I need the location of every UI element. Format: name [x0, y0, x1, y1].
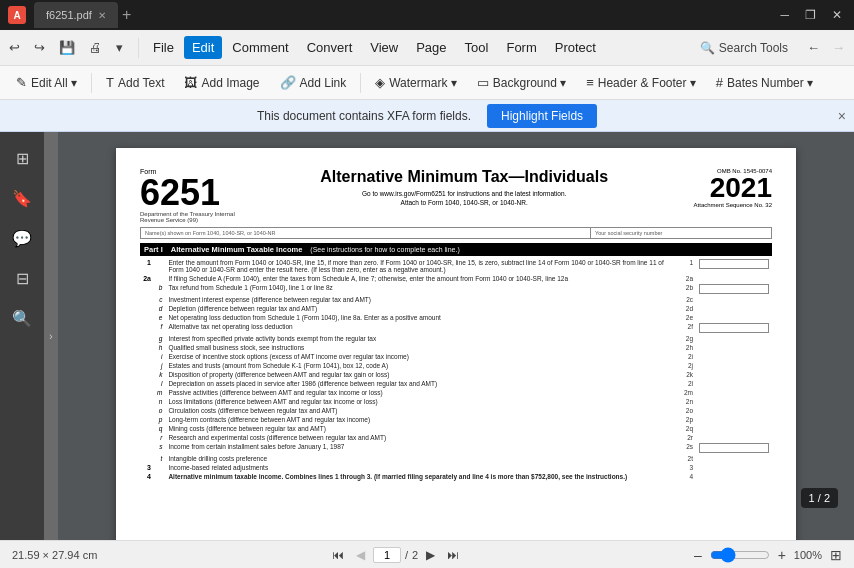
row-field-empty	[696, 397, 772, 406]
row-number: 1	[140, 258, 154, 274]
menu-file[interactable]: File	[145, 36, 182, 59]
menu-dropdown-button[interactable]: ▾	[111, 37, 128, 58]
zoom-in-button[interactable]: +	[778, 547, 786, 563]
row-description: Income from certain installment sales be…	[165, 442, 672, 454]
row-field-empty	[696, 379, 772, 388]
form-header: Form 6251 Department of the Treasury Int…	[140, 168, 772, 223]
form-number: 6251	[140, 175, 235, 211]
table-row: 1Enter the amount from Form 1040 or 1040…	[140, 258, 772, 274]
title-bar: A f6251.pdf ✕ + ─ ❐ ✕	[0, 0, 854, 30]
fit-page-button[interactable]: ⊞	[830, 547, 842, 563]
row-number	[140, 424, 154, 433]
menu-page[interactable]: Page	[408, 36, 454, 59]
row-sublabel: b	[154, 283, 165, 295]
sidebar-pages-icon[interactable]: ⊞	[4, 140, 40, 176]
menu-view[interactable]: View	[362, 36, 406, 59]
search-tools-button[interactable]: 🔍 Search Tools	[692, 37, 796, 59]
minimize-button[interactable]: ─	[776, 6, 793, 24]
form-seq: Attachment Sequence No. 32	[694, 202, 772, 208]
menu-tool[interactable]: Tool	[457, 36, 497, 59]
tab-close-icon[interactable]: ✕	[98, 10, 106, 21]
prev-page-button[interactable]: ◀	[352, 546, 369, 564]
row-ref: 2i	[672, 352, 696, 361]
print-button[interactable]: 🖨	[84, 37, 107, 58]
name-cell-label: Name(s) shown on Form 1040, 1040-SR, or …	[145, 230, 586, 236]
sidebar-comments-icon[interactable]: 💬	[4, 220, 40, 256]
table-row: nLoss limitations (difference between AM…	[140, 397, 772, 406]
menu-actions: ↩ ↪ 💾 🖨 ▾	[4, 37, 128, 58]
row-ref: 2m	[672, 388, 696, 397]
row-ref: 2k	[672, 370, 696, 379]
menu-protect[interactable]: Protect	[547, 36, 604, 59]
pdf-area[interactable]: Form 6251 Department of the Treasury Int…	[58, 132, 854, 540]
first-page-button[interactable]: ⏮	[328, 546, 348, 564]
header-footer-button[interactable]: ≡ Header & Footer ▾	[578, 72, 704, 93]
sidebar-bookmarks-icon[interactable]: 🔖	[4, 180, 40, 216]
table-row: lDepreciation on assets placed in servic…	[140, 379, 772, 388]
row-number: 2a	[140, 274, 154, 283]
menu-comment[interactable]: Comment	[224, 36, 296, 59]
sidebar-layers-icon[interactable]: ⊟	[4, 260, 40, 296]
row-ref: 2l	[672, 379, 696, 388]
page-number-input[interactable]	[373, 547, 401, 563]
menu-bar: ↩ ↪ 💾 🖨 ▾ File Edit Comment Convert View…	[0, 30, 854, 66]
sidebar-search-icon[interactable]: 🔍	[4, 300, 40, 336]
zoom-level-label: 100%	[794, 549, 822, 561]
row-ref: 2h	[672, 343, 696, 352]
row-sublabel: q	[154, 424, 165, 433]
menu-convert[interactable]: Convert	[299, 36, 361, 59]
zoom-slider[interactable]	[710, 547, 770, 563]
menu-edit[interactable]: Edit	[184, 36, 222, 59]
save-button[interactable]: 💾	[54, 37, 80, 58]
row-ref: 2g	[672, 334, 696, 343]
row-description: Circulation costs (difference between re…	[165, 406, 672, 415]
part-header: Part I Alternative Minimum Taxable Incom…	[140, 243, 772, 256]
redo-button[interactable]: ↪	[29, 37, 50, 58]
add-tab-button[interactable]: +	[118, 6, 135, 24]
form-year: 2021	[694, 174, 772, 202]
collapse-handle[interactable]: ›	[44, 132, 58, 540]
highlight-fields-button[interactable]: Highlight Fields	[487, 104, 597, 128]
row-number	[140, 433, 154, 442]
table-row: cInvestment interest expense (difference…	[140, 295, 772, 304]
row-sublabel: o	[154, 406, 165, 415]
row-number	[140, 415, 154, 424]
page-badge: 1 / 2	[801, 488, 838, 508]
next-page-button[interactable]: ▶	[422, 546, 439, 564]
table-row: 4Alternative minimum taxable income. Com…	[140, 472, 772, 481]
row-ref: 2f	[672, 322, 696, 334]
last-page-button[interactable]: ⏭	[443, 546, 463, 564]
row-description: Disposition of property (difference betw…	[165, 370, 672, 379]
background-button[interactable]: ▭ Background ▾	[469, 72, 574, 93]
row-ref: 2p	[672, 415, 696, 424]
row-description: Intangible drilling costs preference	[165, 454, 672, 463]
undo-button[interactable]: ↩	[4, 37, 25, 58]
form-instructions: Go to www.irs.gov/Form6251 for instructi…	[255, 190, 674, 197]
row-field-empty	[696, 463, 772, 472]
row-field-empty	[696, 424, 772, 433]
bates-number-button[interactable]: # Bates Number ▾	[708, 72, 821, 93]
menu-form[interactable]: Form	[498, 36, 544, 59]
close-button[interactable]: ✕	[828, 6, 846, 24]
row-number	[140, 322, 154, 334]
row-field-box	[696, 283, 772, 295]
add-image-button[interactable]: 🖼 Add Image	[176, 72, 267, 93]
notification-close-button[interactable]: ×	[838, 108, 846, 124]
row-number	[140, 343, 154, 352]
back-button[interactable]: ←	[802, 37, 825, 58]
edit-all-button[interactable]: ✎ Edit All ▾	[8, 72, 85, 93]
add-link-button[interactable]: 🔗 Add Link	[272, 72, 355, 93]
add-text-button[interactable]: T Add Text	[98, 72, 172, 93]
forward-button[interactable]: →	[827, 37, 850, 58]
row-field-box	[696, 322, 772, 334]
pdf-tab[interactable]: f6251.pdf ✕	[34, 2, 118, 28]
table-row: iExercise of incentive stock options (ex…	[140, 352, 772, 361]
watermark-button[interactable]: ◈ Watermark ▾	[367, 72, 465, 93]
row-sublabel: r	[154, 433, 165, 442]
zoom-out-button[interactable]: –	[694, 547, 702, 563]
row-number	[140, 406, 154, 415]
form-attach: Attach to Form 1040, 1040-SR, or 1040-NR…	[255, 199, 674, 206]
restore-button[interactable]: ❐	[801, 6, 820, 24]
row-ref: 2o	[672, 406, 696, 415]
row-description: Tax refund from Schedule 1 (Form 1040), …	[165, 283, 672, 295]
